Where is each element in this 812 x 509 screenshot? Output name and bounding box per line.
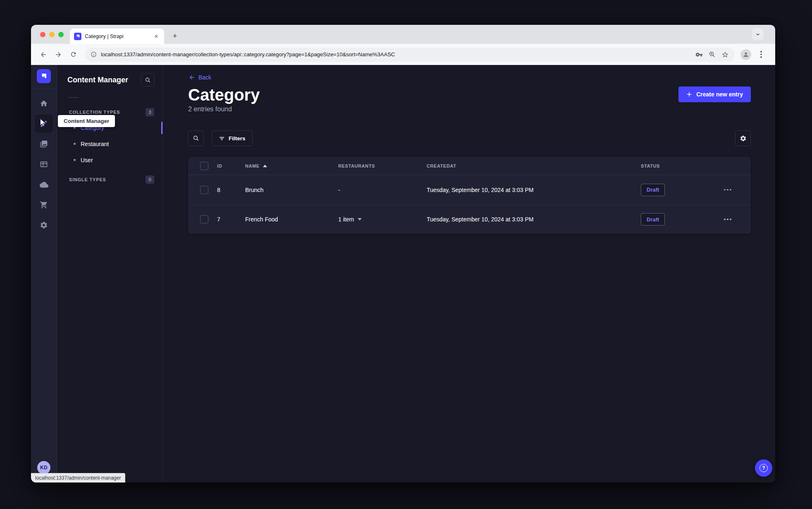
back-arrow-icon — [189, 74, 195, 81]
desktop-background: Category | Strapi ✕ + local — [0, 0, 812, 509]
new-tab-button[interactable]: + — [169, 30, 181, 42]
settings-gear-icon[interactable] — [35, 216, 53, 234]
panel-divider — [69, 97, 79, 98]
cell-createdat: Tuesday, September 10, 2024 at 3:03 PM — [427, 216, 641, 223]
cell-createdat: Tuesday, September 10, 2024 at 3:03 PM — [427, 187, 641, 193]
plus-icon — [686, 91, 692, 97]
link-status-bar: localhost:1337/admin/content-manager — [31, 473, 125, 483]
back-navigation-icon[interactable] — [37, 48, 50, 61]
row-checkbox[interactable] — [200, 186, 208, 194]
back-link[interactable]: Back — [163, 65, 211, 81]
content-type-builder-icon[interactable] — [35, 155, 53, 173]
sidebar-item-restaurant[interactable]: Restaurant — [57, 136, 162, 152]
help-icon: ? — [759, 464, 768, 472]
site-info-icon[interactable] — [91, 51, 97, 58]
bullet-icon — [74, 159, 76, 161]
main-nav-rail: KD — [31, 65, 57, 483]
row-checkbox[interactable] — [200, 215, 208, 223]
cell-name: Brunch — [245, 187, 338, 193]
browser-toolbar: localhost:1337/admin/content-manager/col… — [31, 44, 775, 65]
browser-menu-icon[interactable] — [758, 51, 764, 58]
sort-asc-icon — [263, 165, 267, 167]
cell-restaurants: - — [338, 187, 427, 193]
filter-icon — [219, 135, 225, 142]
main-content: Back Category 2 entries found Create new… — [163, 65, 775, 483]
close-window-button[interactable] — [40, 32, 45, 37]
sidebar-item-user[interactable]: User — [57, 152, 162, 168]
back-label: Back — [198, 74, 211, 81]
table-action-bar: Filters — [163, 130, 775, 146]
marketplace-cart-icon[interactable] — [35, 196, 53, 214]
address-bar[interactable]: localhost:1337/admin/content-manager/col… — [85, 48, 735, 62]
strapi-logo-icon[interactable] — [37, 69, 51, 83]
cell-id: 7 — [213, 216, 245, 223]
collection-types-label: COLLECTION TYPES — [69, 110, 120, 115]
row-actions-menu-icon[interactable] — [721, 215, 734, 223]
browser-profile-icon[interactable] — [740, 49, 751, 60]
column-header-name[interactable]: NAME — [245, 163, 338, 168]
sidebar-item-label: Restaurant — [81, 141, 109, 147]
cell-id: 8 — [213, 187, 245, 193]
view-settings-gear-icon[interactable] — [735, 130, 751, 146]
select-all-checkbox[interactable] — [200, 162, 208, 170]
active-item-indicator — [161, 122, 162, 134]
collection-types-count-badge: 3 — [146, 108, 154, 116]
media-library-icon[interactable] — [35, 135, 53, 153]
strapi-admin-page: KD Content Manager COLLECTION TYPES 3 — [31, 65, 775, 483]
tab-close-icon[interactable]: ✕ — [153, 33, 160, 40]
panel-title: Content Manager — [67, 76, 128, 84]
zoom-search-icon[interactable] — [709, 51, 716, 58]
status-badge: Draft — [641, 184, 665, 196]
filters-button[interactable]: Filters — [212, 130, 253, 146]
single-types-label: SINGLE TYPES — [69, 177, 106, 182]
nav-tooltip: Content Manager — [58, 115, 115, 127]
tab-search-chevron-icon[interactable] — [752, 29, 764, 40]
cloud-icon[interactable] — [35, 175, 53, 194]
mouse-cursor-icon — [40, 118, 47, 126]
entries-table: ID NAME RESTAURANTS CREATEDAT STATUS 8 B… — [188, 157, 751, 234]
cell-restaurants[interactable]: 1 item — [338, 216, 427, 223]
single-types-count-badge: 0 — [146, 175, 154, 184]
bookmark-star-icon[interactable] — [721, 51, 729, 58]
entries-count: 2 entries found — [188, 106, 260, 113]
create-new-entry-button[interactable]: Create new entry — [678, 86, 751, 102]
browser-window: Category | Strapi ✕ + local — [31, 25, 775, 483]
zoom-window-button[interactable] — [58, 32, 64, 37]
strapi-favicon-icon — [74, 33, 81, 40]
url-text[interactable]: localhost:1337/admin/content-manager/col… — [101, 51, 691, 58]
reload-icon[interactable] — [67, 48, 80, 61]
column-header-restaurants: RESTAURANTS — [338, 163, 427, 168]
table-row[interactable]: 8 Brunch - Tuesday, September 10, 2024 a… — [188, 175, 751, 204]
help-button[interactable]: ? — [755, 459, 772, 477]
chevron-down-icon — [358, 218, 362, 221]
omnibox-actions — [695, 51, 729, 58]
browser-tab-strip: Category | Strapi ✕ + — [31, 25, 775, 44]
column-header-status: STATUS — [641, 163, 721, 168]
column-header-id[interactable]: ID — [213, 163, 245, 168]
search-button[interactable] — [188, 130, 204, 146]
page-title: Category — [188, 86, 260, 104]
forward-navigation-icon[interactable] — [52, 48, 65, 61]
minimize-window-button[interactable] — [49, 32, 55, 37]
home-icon[interactable] — [35, 94, 53, 113]
row-actions-menu-icon[interactable] — [721, 186, 734, 194]
table-row[interactable]: 7 French Food 1 item Tuesday, September … — [188, 204, 751, 234]
panel-search-button[interactable] — [141, 73, 154, 86]
column-header-createdat: CREATEDAT — [427, 163, 641, 168]
sidebar-item-label: User — [81, 157, 93, 163]
status-badge: Draft — [641, 213, 665, 226]
window-controls — [40, 32, 64, 37]
rail-divider — [31, 88, 57, 89]
bullet-icon — [74, 143, 76, 145]
cell-name: French Food — [245, 216, 338, 223]
password-key-icon[interactable] — [695, 51, 703, 58]
browser-tab[interactable]: Category | Strapi ✕ — [70, 29, 164, 44]
tab-title: Category | Strapi — [85, 34, 153, 39]
user-avatar[interactable]: KD — [37, 461, 50, 474]
content-manager-panel: Content Manager COLLECTION TYPES 3 Categ… — [57, 65, 163, 483]
table-header-row: ID NAME RESTAURANTS CREATEDAT STATUS — [188, 157, 751, 175]
